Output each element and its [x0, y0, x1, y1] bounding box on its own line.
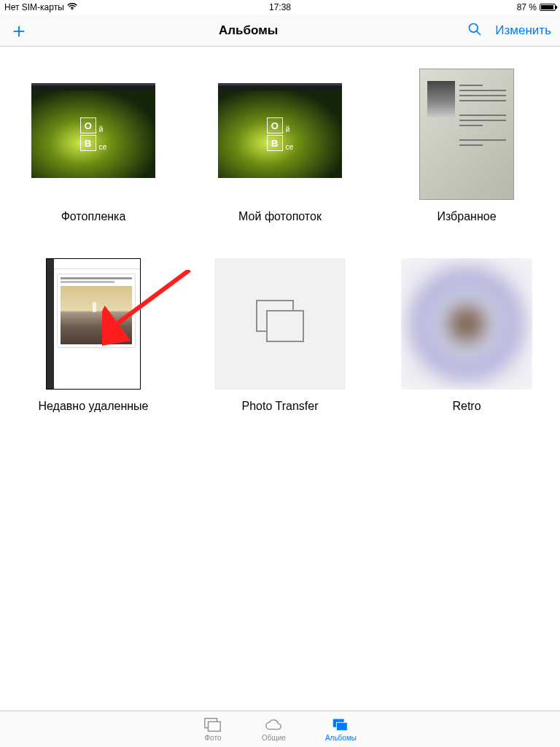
- album-recently-deleted[interactable]: Недавно удаленные: [22, 258, 165, 413]
- album-retro[interactable]: Retro: [395, 258, 538, 413]
- page-title: Альбомы: [219, 23, 278, 38]
- album-label: Мой фотопоток: [238, 210, 322, 223]
- tile-sub: й: [99, 125, 104, 133]
- album-label: Retro: [452, 400, 481, 413]
- svg-rect-7: [209, 721, 221, 731]
- album-thumbnail: [401, 258, 532, 390]
- album-label: Фотопленка: [61, 210, 126, 223]
- tab-label: Альбомы: [325, 734, 357, 742]
- tab-bar: Фото Общие Альбомы: [0, 711, 560, 747]
- tab-shared[interactable]: Общие: [262, 711, 286, 747]
- album-thumbnail: Ой Все: [214, 69, 346, 200]
- tile: О: [267, 117, 283, 133]
- carrier-text: Нет SIM-карты: [4, 2, 64, 12]
- svg-rect-4: [267, 311, 303, 341]
- photos-icon: [203, 716, 222, 734]
- albums-icon: [331, 716, 350, 734]
- album-label: Избранное: [437, 210, 496, 223]
- albums-grid: Ой Все Фотопленка Ой Все Мой фотопоток: [0, 47, 560, 420]
- battery-percent: 87 %: [517, 2, 537, 12]
- tile: О: [80, 117, 96, 133]
- search-button[interactable]: [467, 22, 482, 39]
- album-thumbnail: Ой Все: [28, 69, 159, 200]
- wifi-icon: [67, 2, 77, 12]
- svg-point-0: [71, 9, 73, 10]
- tile: В: [80, 135, 96, 151]
- edit-button[interactable]: Изменить: [495, 23, 551, 38]
- tile-sub: се: [286, 143, 294, 151]
- album-photostream[interactable]: Ой Все Мой фотопоток: [209, 69, 351, 223]
- album-thumbnail: [401, 69, 532, 200]
- battery-icon: [540, 4, 556, 11]
- album-label: Недавно удаленные: [38, 400, 148, 413]
- tab-photos[interactable]: Фото: [203, 711, 222, 747]
- add-album-button[interactable]: ＋: [9, 20, 29, 41]
- album-thumbnail: [214, 258, 346, 390]
- svg-rect-9: [337, 722, 348, 730]
- status-bar: Нет SIM-карты 17:38 87 %: [0, 0, 560, 15]
- stacked-photos-icon: [249, 295, 311, 353]
- search-icon: [467, 22, 482, 36]
- album-camera-roll[interactable]: Ой Все Фотопленка: [22, 69, 165, 223]
- album-photo-transfer[interactable]: Photo Transfer: [209, 258, 351, 413]
- tab-label: Общие: [262, 734, 286, 742]
- cloud-icon: [264, 716, 283, 734]
- navbar: ＋ Альбомы Изменить: [0, 15, 560, 47]
- album-label: Photo Transfer: [242, 400, 319, 413]
- tab-albums[interactable]: Альбомы: [325, 711, 357, 747]
- tile-sub: й: [286, 125, 290, 133]
- tile-sub: се: [99, 143, 107, 151]
- svg-line-2: [477, 31, 481, 34]
- album-thumbnail: [28, 258, 159, 390]
- tile: В: [267, 135, 283, 151]
- status-time: 17:38: [269, 2, 291, 12]
- tab-label: Фото: [205, 734, 222, 742]
- album-favorites[interactable]: Избранное: [395, 69, 538, 223]
